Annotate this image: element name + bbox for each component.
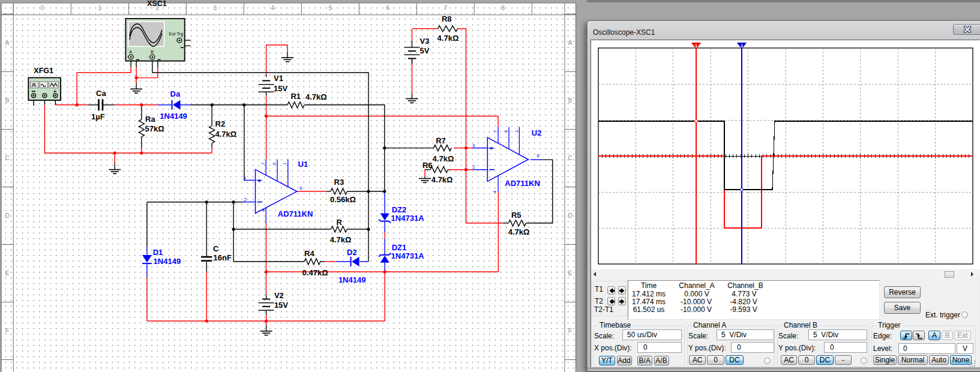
- svg-text:A: A: [568, 40, 573, 46]
- svg-text:2: 2: [741, 43, 743, 49]
- svg-text:5: 5: [504, 130, 509, 133]
- svg-text:E: E: [5, 270, 10, 277]
- svg-text:4.7kΩ: 4.7kΩ: [330, 235, 352, 244]
- svg-text:15V: 15V: [274, 84, 287, 93]
- svg-text:R1: R1: [290, 92, 301, 101]
- svg-text:A: A: [5, 40, 10, 46]
- svg-text:1N4149: 1N4149: [338, 275, 366, 284]
- svg-text:D1: D1: [153, 248, 163, 257]
- svg-text:D: D: [5, 212, 9, 219]
- svg-text:C: C: [213, 244, 219, 253]
- svg-text:1N4149: 1N4149: [154, 257, 181, 266]
- svg-text:4: 4: [271, 5, 275, 11]
- svg-text:A: A: [129, 49, 132, 55]
- svg-text:D: D: [568, 212, 572, 219]
- svg-text:3: 3: [243, 175, 245, 181]
- svg-text:AD711KN: AD711KN: [278, 209, 313, 218]
- svg-text:3: 3: [472, 143, 475, 148]
- svg-text:1N4731A: 1N4731A: [391, 251, 425, 260]
- svg-text:R5: R5: [511, 211, 522, 220]
- svg-text:C: C: [5, 155, 9, 161]
- svg-text:R7: R7: [436, 136, 446, 145]
- svg-text:B: B: [5, 97, 10, 104]
- svg-text:1: 1: [282, 163, 287, 165]
- svg-text:8: 8: [502, 5, 505, 11]
- svg-text:1: 1: [98, 5, 102, 11]
- svg-text:AD711KN: AD711KN: [505, 179, 540, 188]
- svg-text:F: F: [568, 328, 572, 334]
- svg-text:2: 2: [244, 197, 246, 202]
- svg-text:4.7kΩ: 4.7kΩ: [215, 130, 237, 139]
- svg-text:4.7kΩ: 4.7kΩ: [305, 92, 327, 101]
- svg-text:+: +: [490, 145, 493, 152]
- svg-text:Da: Da: [170, 89, 181, 98]
- svg-text:1: 1: [514, 130, 519, 133]
- svg-text:1N4149: 1N4149: [160, 112, 187, 121]
- svg-text:57kΩ: 57kΩ: [145, 124, 164, 133]
- svg-text:D2: D2: [347, 248, 357, 257]
- svg-text:5V: 5V: [420, 46, 430, 55]
- svg-text:4.7kΩ: 4.7kΩ: [433, 154, 454, 163]
- svg-text:V1: V1: [274, 74, 283, 83]
- svg-text:V3: V3: [420, 37, 430, 46]
- svg-text:6: 6: [537, 153, 539, 158]
- svg-text:E: E: [568, 270, 573, 277]
- svg-text:1: 1: [695, 43, 697, 49]
- svg-text:R6: R6: [422, 161, 433, 170]
- svg-text:4.7kΩ: 4.7kΩ: [431, 175, 453, 184]
- svg-text:C: C: [568, 155, 572, 161]
- svg-text:4: 4: [492, 191, 498, 193]
- svg-text:+: +: [257, 177, 261, 184]
- svg-text:7: 7: [260, 163, 266, 165]
- svg-text:V2: V2: [274, 291, 284, 300]
- svg-text:U2: U2: [532, 128, 542, 137]
- svg-text:R8: R8: [442, 14, 452, 23]
- svg-text:B: B: [151, 49, 154, 55]
- svg-text:4.7kΩ: 4.7kΩ: [508, 227, 530, 236]
- svg-text:15V: 15V: [274, 301, 288, 310]
- svg-text:6: 6: [386, 5, 390, 11]
- svg-text:1N4731A: 1N4731A: [391, 214, 425, 223]
- svg-text:4: 4: [260, 209, 266, 212]
- svg-text:Ext Trg: Ext Trg: [169, 31, 184, 37]
- svg-text:R: R: [336, 218, 342, 227]
- svg-text:6: 6: [299, 185, 302, 191]
- svg-text:7: 7: [444, 5, 448, 11]
- svg-text:F: F: [5, 328, 9, 334]
- svg-text:5: 5: [272, 163, 277, 165]
- svg-text:7: 7: [493, 130, 498, 133]
- svg-text:2: 2: [472, 164, 475, 170]
- svg-text:R3: R3: [334, 178, 344, 187]
- svg-text:3: 3: [214, 5, 217, 11]
- svg-text:R2: R2: [215, 119, 226, 128]
- svg-text:XSC1: XSC1: [147, 0, 167, 8]
- svg-text:Ca: Ca: [96, 89, 106, 98]
- svg-text:B: B: [568, 97, 573, 104]
- svg-text:DZ1: DZ1: [392, 243, 407, 252]
- svg-text:XFG1: XFG1: [34, 67, 53, 75]
- svg-text:0: 0: [41, 5, 44, 11]
- svg-text:0.56kΩ: 0.56kΩ: [330, 195, 356, 204]
- svg-text:U1: U1: [298, 160, 308, 169]
- svg-text:1µF: 1µF: [91, 112, 105, 121]
- svg-text:Ra: Ra: [145, 115, 155, 124]
- svg-text:0.47kΩ: 0.47kΩ: [302, 268, 328, 277]
- svg-text:4.7kΩ: 4.7kΩ: [437, 34, 459, 43]
- svg-text:R4: R4: [304, 249, 314, 258]
- svg-text:5: 5: [329, 5, 332, 11]
- svg-text:16nF: 16nF: [214, 253, 232, 262]
